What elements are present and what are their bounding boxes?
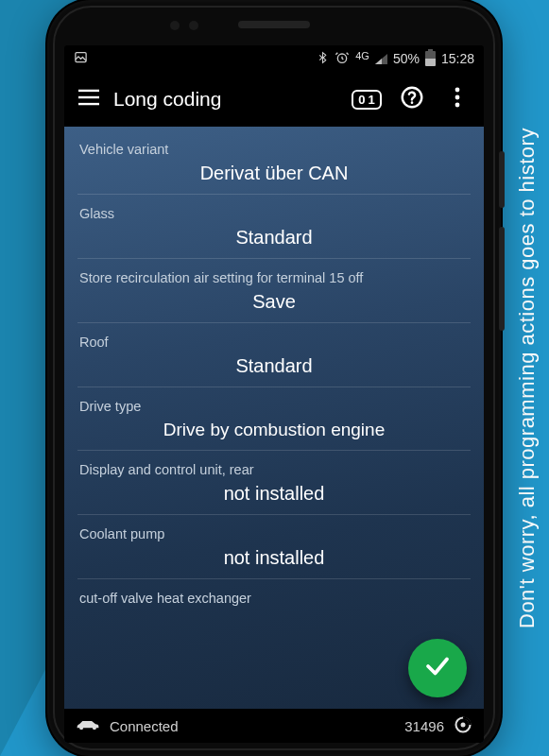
overflow-button[interactable] xyxy=(437,78,478,120)
svg-point-9 xyxy=(455,95,460,100)
phone-frame: 4G 50% 15:28 Long coding 01 xyxy=(47,0,501,756)
settings-list[interactable]: Vehicle variant Derivat über CAN Glass S… xyxy=(64,127,484,634)
setting-row-roof[interactable]: Roof Standard xyxy=(77,323,471,387)
svg-rect-3 xyxy=(78,90,99,92)
setting-value: Standard xyxy=(79,355,469,377)
hamburger-icon xyxy=(78,89,99,110)
setting-label: Glass xyxy=(79,206,469,221)
phone-sensors xyxy=(170,21,198,30)
setting-label: Roof xyxy=(79,335,469,350)
counter-value: 31496 xyxy=(404,718,444,734)
setting-value: not installed xyxy=(79,547,469,569)
phone-speaker xyxy=(238,21,310,28)
setting-row-cutoff-valve[interactable]: cut-off valve heat exchanger xyxy=(77,579,471,634)
setting-value: not installed xyxy=(79,483,469,505)
svg-point-8 xyxy=(455,88,460,93)
setting-row-drive-type[interactable]: Drive type Drive by combustion engine xyxy=(77,387,471,451)
setting-label: Vehicle variant xyxy=(79,142,469,157)
more-vert-icon xyxy=(455,87,460,112)
menu-button[interactable] xyxy=(68,78,110,120)
phone-power-button xyxy=(499,151,505,208)
setting-label: Display and control unit, rear xyxy=(79,462,469,477)
alarm-icon xyxy=(335,50,350,68)
loading-spinner-icon xyxy=(454,715,472,737)
bluetooth-icon xyxy=(317,50,329,68)
clock-time: 15:28 xyxy=(441,51,474,66)
setting-label: Store recirculation air setting for term… xyxy=(79,270,469,285)
svg-rect-5 xyxy=(78,103,99,105)
app-bar: Long coding 01 xyxy=(64,72,484,127)
setting-value: Save xyxy=(79,291,469,313)
battery-percent: 50% xyxy=(393,51,420,66)
setting-label: Drive type xyxy=(79,399,469,414)
app-title: Long coding xyxy=(113,88,346,111)
car-icon xyxy=(76,718,100,734)
setting-row-glass[interactable]: Glass Standard xyxy=(77,195,471,259)
setting-row-recirculation[interactable]: Store recirculation air setting for term… xyxy=(77,259,471,323)
status-bar: 4G 50% 15:28 xyxy=(64,45,484,72)
setting-row-display-rear[interactable]: Display and control unit, rear not insta… xyxy=(77,451,471,515)
battery-icon xyxy=(425,51,436,66)
image-icon xyxy=(74,52,88,67)
svg-rect-4 xyxy=(78,96,99,98)
svg-point-7 xyxy=(411,101,414,104)
help-icon xyxy=(400,85,424,113)
badge-pill-icon: 01 xyxy=(352,90,381,110)
connection-status: Connected xyxy=(110,718,179,734)
screen: 4G 50% 15:28 Long coding 01 xyxy=(64,45,484,743)
setting-row-vehicle-variant[interactable]: Vehicle variant Derivat über CAN xyxy=(77,130,471,195)
side-caption: Don't worry, all programming actions goe… xyxy=(506,0,549,756)
phone-volume-button xyxy=(499,227,505,331)
content-area: Vehicle variant Derivat über CAN Glass S… xyxy=(64,127,484,743)
bottom-bar: Connected 31496 xyxy=(64,709,484,743)
network-type-label: 4G xyxy=(355,50,369,61)
svg-point-12 xyxy=(461,722,466,727)
svg-point-10 xyxy=(455,103,460,108)
confirm-fab[interactable] xyxy=(408,639,467,697)
setting-value: Standard xyxy=(79,227,469,249)
setting-value: Drive by combustion engine xyxy=(79,420,469,440)
badge-button[interactable]: 01 xyxy=(346,78,387,120)
setting-value: Derivat über CAN xyxy=(79,163,469,184)
help-button[interactable] xyxy=(391,78,433,120)
setting-label: Coolant pump xyxy=(79,526,469,541)
setting-label: cut-off valve heat exchanger xyxy=(79,591,469,606)
setting-row-coolant-pump[interactable]: Coolant pump not installed xyxy=(77,515,471,579)
signal-icon xyxy=(375,54,387,64)
check-icon xyxy=(423,652,452,684)
